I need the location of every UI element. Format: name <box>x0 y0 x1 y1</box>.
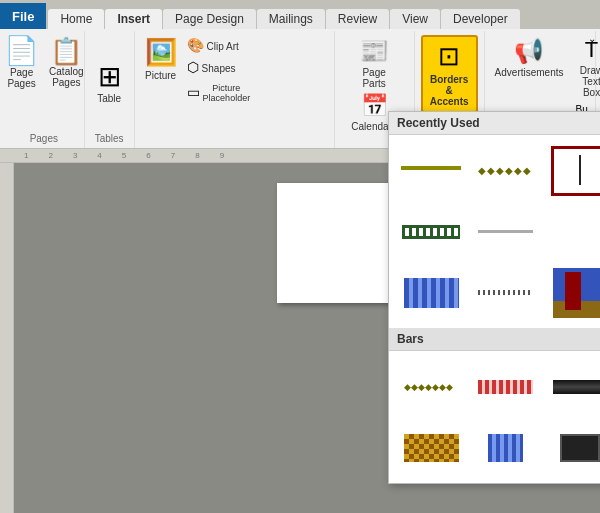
borders-accents-icon: ⊡ <box>438 41 460 72</box>
shapes-button[interactable]: ⬡ Shapes <box>183 57 255 77</box>
page-parts-icon: 📰 <box>359 37 389 65</box>
bar-item-checker[interactable] <box>397 420 465 475</box>
shapes-icon: ⬡ <box>187 59 199 75</box>
bar-item-dark-sq[interactable] <box>546 420 600 475</box>
group-pages: 📄 Page Pages 📋 CatalogPages Pages <box>4 31 85 148</box>
border-item-4[interactable] <box>397 204 465 259</box>
file-tab[interactable]: File <box>0 3 46 29</box>
page-parts-button[interactable]: 📰 PageParts <box>354 35 394 91</box>
page-label: Page Pages <box>7 67 35 89</box>
clip-art-icon: 🎨 <box>187 37 204 53</box>
borders-accents-label: Borders &Accents <box>427 74 472 107</box>
catalog-pages-icon: 📋 <box>50 38 82 64</box>
table-button[interactable]: ⊞ Table <box>89 35 129 131</box>
advertisements-icon: 📢 <box>514 37 544 65</box>
border-item-6[interactable] <box>546 204 600 259</box>
picture-placeholder-icon: ▭ <box>187 84 200 100</box>
ribbon: 📄 Page Pages 📋 CatalogPages Pages ⊞ Tabl… <box>0 29 600 149</box>
bar-item-1[interactable]: ◆◆◆◆◆◆◆ <box>397 359 465 414</box>
draw-text-box-label: DrawText Box <box>576 65 600 98</box>
advertisements-label: Advertisements <box>495 67 564 78</box>
ruler-vertical <box>0 163 14 513</box>
tab-developer[interactable]: Developer <box>441 9 520 29</box>
bar-item-3[interactable] <box>546 359 600 414</box>
pages-buttons: 📄 Page Pages 📋 CatalogPages <box>0 35 87 91</box>
page-parts-label: PageParts <box>362 67 385 89</box>
shapes-label: Shapes <box>202 63 236 74</box>
tables-group-label: Tables <box>95 131 124 144</box>
recently-used-label: Recently Used <box>389 112 600 135</box>
catalog-pages-label: CatalogPages <box>49 66 83 88</box>
tab-mailings[interactable]: Mailings <box>257 9 325 29</box>
picture-placeholder-label: PicturePlaceholder <box>203 83 251 103</box>
group-tables: ⊞ Table Tables <box>85 31 135 148</box>
border-item-5[interactable] <box>472 204 540 259</box>
page-button[interactable]: 📄 Page Pages <box>0 35 43 91</box>
picture-button[interactable]: 🖼️ Picture <box>141 35 181 83</box>
table-label: Table <box>97 93 121 104</box>
ribbon-container: File Home Insert Page Design Mailings Re… <box>0 0 600 149</box>
tab-page-design[interactable]: Page Design <box>163 9 256 29</box>
tab-insert[interactable]: Insert <box>105 9 162 29</box>
border-item-dots[interactable] <box>472 265 540 320</box>
border-item-1[interactable] <box>397 143 465 198</box>
border-item-3[interactable] <box>546 143 600 198</box>
pages-group-label: Pages <box>30 131 58 144</box>
group-illustrations: 🖼️ Picture 🎨 Clip Art ⬡ Shapes ▭ Picture… <box>135 31 335 148</box>
advertisements-button[interactable]: 📢 Advertisements <box>491 35 568 80</box>
picture-icon: 🖼️ <box>145 37 177 68</box>
bars-label: Bars <box>389 328 600 351</box>
border-item-stripes[interactable] <box>397 265 465 320</box>
catalog-pages-button[interactable]: 📋 CatalogPages <box>45 36 87 90</box>
clip-art-button[interactable]: 🎨 Clip Art <box>183 35 255 55</box>
table-icon: ⊞ <box>98 63 121 91</box>
tab-home[interactable]: Home <box>48 9 104 29</box>
tab-review[interactable]: Review <box>326 9 389 29</box>
tab-view[interactable]: View <box>390 9 440 29</box>
bar-item-stripes-v[interactable] <box>472 420 540 475</box>
border-item-2[interactable]: ◆◆◆◆◆◆ <box>472 143 540 198</box>
ribbon-expand-btn[interactable]: ⌄ <box>588 33 596 44</box>
borders-accents-button[interactable]: ⊡ Borders &Accents <box>421 35 478 113</box>
border-item-rect-combo[interactable] <box>546 265 600 320</box>
clip-art-label: Clip Art <box>207 41 239 52</box>
calendars-icon: 📅 <box>361 93 388 119</box>
picture-placeholder-button[interactable]: ▭ PicturePlaceholder <box>183 79 255 105</box>
borders-dropdown-panel[interactable]: Recently Used ◆◆◆◆◆◆ <box>388 111 600 484</box>
page-icon: 📄 <box>4 37 39 65</box>
draw-text-box-button[interactable]: T DrawText Box <box>572 35 600 100</box>
picture-label: Picture <box>145 70 176 81</box>
bar-item-2[interactable] <box>472 359 540 414</box>
